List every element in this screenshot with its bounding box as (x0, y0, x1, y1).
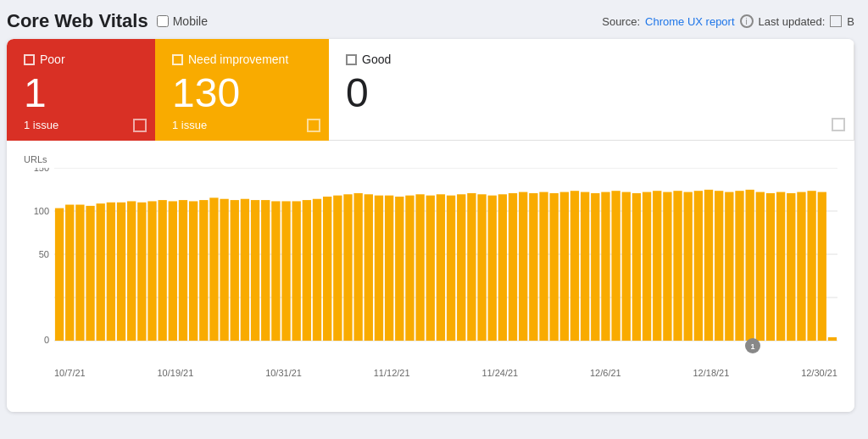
svg-rect-27 (241, 199, 249, 341)
need-issue: 1 issue (172, 119, 312, 131)
svg-rect-79 (776, 192, 785, 341)
poor-corner-icon (133, 119, 147, 132)
svg-rect-37 (343, 194, 352, 341)
svg-rect-59 (570, 191, 579, 341)
svg-rect-60 (581, 192, 589, 341)
header-right: Source: Chrome UX report i Last updated:… (602, 14, 854, 28)
good-label-row: Good (346, 53, 837, 66)
svg-rect-36 (333, 196, 342, 341)
svg-rect-42 (395, 197, 403, 341)
mobile-checkbox[interactable] (157, 15, 169, 27)
poor-card[interactable]: Poor 1 1 issue (7, 39, 155, 141)
svg-rect-49 (467, 193, 476, 341)
poor-count: 1 (24, 73, 138, 114)
svg-rect-72 (704, 190, 713, 341)
good-card[interactable]: Good 0 (329, 39, 854, 141)
mobile-label: Mobile (173, 14, 208, 28)
x-axis-label: 11/12/21 (374, 368, 410, 378)
need-checkbox (172, 54, 183, 65)
svg-rect-56 (539, 192, 548, 341)
svg-rect-68 (663, 192, 671, 341)
svg-rect-46 (437, 194, 445, 341)
svg-rect-51 (488, 196, 497, 341)
svg-text:50: 50 (39, 249, 49, 259)
svg-rect-50 (477, 194, 486, 341)
need-label: Need improvement (188, 53, 288, 66)
mobile-checkbox-label[interactable]: Mobile (157, 14, 208, 28)
svg-rect-38 (353, 193, 362, 341)
svg-rect-63 (611, 191, 620, 341)
need-corner-icon (307, 119, 320, 132)
svg-rect-41 (385, 196, 393, 341)
svg-text:0: 0 (44, 335, 49, 345)
svg-rect-62 (601, 192, 609, 341)
svg-rect-53 (509, 193, 517, 341)
svg-rect-48 (457, 194, 465, 341)
chart-area: URLs 150 100 50 0 (7, 141, 854, 412)
svg-rect-45 (426, 196, 435, 341)
svg-rect-80 (787, 193, 795, 341)
x-axis-label: 12/18/21 (693, 368, 730, 378)
svg-rect-61 (591, 193, 599, 341)
svg-rect-23 (199, 200, 208, 341)
svg-rect-24 (209, 197, 218, 341)
svg-rect-15 (117, 203, 125, 341)
page-title: Core Web Vitals (7, 10, 148, 32)
svg-rect-73 (715, 191, 723, 341)
svg-rect-47 (447, 196, 455, 341)
svg-rect-77 (756, 192, 765, 341)
svg-rect-35 (323, 197, 331, 341)
svg-rect-44 (415, 194, 424, 341)
chart-y-label: URLs (24, 154, 837, 164)
svg-rect-58 (560, 192, 569, 341)
svg-rect-52 (498, 194, 507, 341)
svg-rect-9 (55, 208, 64, 341)
svg-rect-33 (303, 200, 311, 341)
poor-checkbox (24, 54, 35, 65)
need-label-row: Need improvement (172, 53, 312, 66)
header-left: Core Web Vitals Mobile (7, 10, 208, 32)
svg-text:1: 1 (750, 342, 754, 351)
svg-rect-30 (271, 201, 280, 341)
top-right-label: B (847, 15, 854, 28)
good-corner-icon (832, 118, 845, 131)
svg-rect-26 (231, 200, 239, 341)
need-count: 130 (172, 73, 312, 114)
svg-rect-18 (147, 201, 156, 341)
good-count: 0 (346, 73, 837, 114)
svg-rect-16 (127, 201, 136, 341)
info-icon[interactable]: i (740, 14, 754, 28)
svg-text:100: 100 (34, 206, 49, 216)
svg-rect-66 (643, 192, 651, 341)
x-axis-labels: 10/7/2110/19/2110/31/2111/12/2111/24/211… (24, 363, 837, 378)
good-checkbox (346, 54, 357, 65)
status-cards: Poor 1 1 issue Need improvement 130 1 is… (7, 39, 854, 141)
chart-container: 150 100 50 0 1 (24, 168, 837, 363)
svg-rect-12 (86, 206, 94, 341)
svg-rect-78 (766, 193, 775, 341)
svg-rect-32 (292, 201, 301, 341)
svg-rect-76 (745, 190, 754, 341)
x-axis-label: 10/7/21 (54, 368, 86, 378)
svg-rect-10 (65, 205, 74, 341)
x-axis-label: 10/19/21 (158, 368, 194, 378)
svg-rect-84 (828, 337, 837, 341)
svg-rect-13 (97, 203, 105, 341)
source-link[interactable]: Chrome UX report (645, 15, 734, 28)
svg-rect-54 (519, 192, 527, 341)
svg-rect-22 (189, 201, 198, 341)
svg-rect-75 (735, 191, 743, 341)
svg-rect-21 (179, 200, 187, 341)
svg-rect-67 (653, 191, 661, 341)
svg-rect-39 (364, 194, 373, 341)
top-right-checkbox[interactable] (830, 15, 842, 27)
x-axis-label: 12/30/21 (801, 368, 837, 378)
svg-rect-64 (622, 192, 631, 341)
poor-label: Poor (40, 53, 65, 66)
need-card[interactable]: Need improvement 130 1 issue (155, 39, 329, 141)
svg-rect-34 (313, 199, 321, 341)
svg-rect-74 (725, 192, 733, 341)
svg-rect-55 (529, 193, 537, 341)
svg-rect-40 (375, 196, 383, 341)
svg-rect-19 (158, 200, 166, 341)
